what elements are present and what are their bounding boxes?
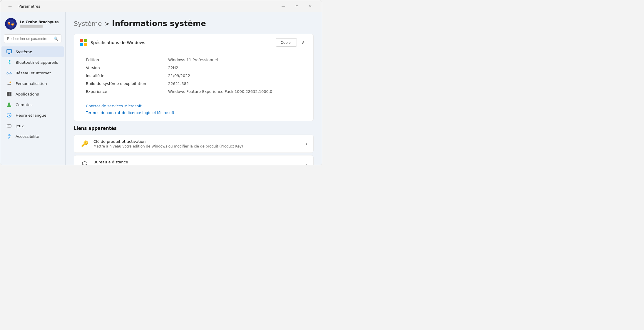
related-item-text-product-key: Clé de produit et activation Mettre à ni… [93,139,243,148]
sidebar-label-accessibilite: Accessibilité [16,134,39,139]
card-header-left: Spécifications de Windows [80,39,145,46]
spec-value-installe: 21/09/2022 [168,73,190,78]
sidebar-label-reseau: Réseau et Internet [16,71,51,75]
spec-label-edition: Édition [86,58,168,62]
app-body: Le Crabe Brachyura 🔍 Système Bluetooth e… [0,12,322,165]
minimize-button[interactable]: — [277,1,290,11]
svg-rect-17 [9,94,11,96]
windows-logo-icon [80,39,87,46]
breadcrumb-current: Informations système [112,19,206,28]
related-item-text-remote-desktop: Bureau à distance Contrôlez cet appareil… [93,160,167,165]
remote-desktop-subtitle: Contrôlez cet appareil à partir d'un aut… [93,165,167,165]
sidebar-label-jeux: Jeux [16,124,24,128]
spec-value-experience: Windows Feature Experience Pack 1000.226… [168,89,272,94]
svg-point-6 [9,22,9,23]
svg-point-26 [9,134,10,135]
sidebar: Le Crabe Brachyura 🔍 Système Bluetooth e… [0,12,65,165]
profile-info: Le Crabe Brachyura [20,20,59,28]
svg-point-18 [8,103,10,105]
search-box[interactable]: 🔍 [4,34,61,43]
related-item-remote-desktop[interactable]: Bureau à distance Contrôlez cet appareil… [74,155,314,165]
spec-label-build: Build du système d'exploitation [86,81,168,86]
product-key-subtitle: Mettre à niveau votre édition de Windows… [93,144,243,148]
svg-rect-9 [8,53,10,54]
sidebar-label-heure: Heure et langue [16,113,46,118]
related-item-product-key[interactable]: 🔑 Clé de produit et activation Mettre à … [74,135,314,153]
sidebar-item-comptes[interactable]: Comptes [1,99,64,110]
avatar [5,18,17,30]
spec-row-version: Version 22H2 [86,64,302,72]
sidebar-label-bluetooth: Bluetooth et appareils [16,60,58,65]
remote-desktop-arrow-icon: › [306,162,307,165]
reseau-icon [6,70,12,76]
svg-rect-10 [8,54,11,54]
breadcrumb-parent: Système [74,20,102,27]
spec-table: Édition Windows 11 Professionnel Version… [74,51,313,100]
sidebar-item-bluetooth[interactable]: Bluetooth et appareils [1,57,64,68]
svg-rect-14 [7,92,9,94]
svg-point-25 [10,126,10,126]
comptes-icon [6,102,12,108]
search-icon: 🔍 [53,36,58,41]
spec-value-version: 22H2 [168,66,178,70]
spec-row-edition: Édition Windows 11 Professionnel [86,56,302,64]
related-item-left-product-key: 🔑 Clé de produit et activation Mettre à … [80,139,243,148]
svg-rect-15 [9,92,11,94]
remote-desktop-title: Bureau à distance [93,160,167,164]
card-header: Spécifications de Windows Copier ∧ [74,34,313,51]
breadcrumb-separator: > [104,20,110,27]
perso-icon [6,81,12,86]
spec-value-build: 22621.382 [168,81,189,86]
collapse-button[interactable]: ∧ [299,38,307,46]
jeux-icon [6,123,12,129]
svg-point-13 [10,82,11,83]
sidebar-item-perso[interactable]: Personnalisation [1,78,64,89]
spec-row-installe: Installé le 21/09/2022 [86,72,302,80]
close-button[interactable]: ✕ [304,1,317,11]
search-input[interactable] [7,37,51,41]
link-contrat-services[interactable]: Contrat de services Microsoft [86,103,302,109]
applications-icon [6,91,12,97]
svg-rect-32 [84,39,87,42]
remote-desktop-icon [80,160,89,165]
accessibilite-icon [6,133,12,139]
spec-label-installe: Installé le [86,73,168,78]
window-controls: — □ ✕ [277,1,317,11]
sidebar-label-perso: Personnalisation [16,81,47,86]
breadcrumb: Système > Informations système [74,19,314,28]
svg-point-12 [9,75,10,76]
windows-specs-card: Spécifications de Windows Copier ∧ Éditi… [74,34,314,121]
sidebar-item-systeme[interactable]: Système [1,46,64,57]
maximize-button[interactable]: □ [290,1,304,11]
spec-value-edition: Windows 11 Professionnel [168,58,218,62]
svg-line-30 [9,137,10,138]
sidebar-item-heure[interactable]: Heure et langue [1,110,64,120]
main-panel: Système > Informations système Spécifica… [66,12,322,165]
card-title: Spécifications de Windows [91,40,145,45]
back-button[interactable]: ← [5,2,15,11]
svg-point-7 [12,24,13,24]
svg-rect-31 [80,39,83,42]
heure-icon [6,112,12,118]
copy-button[interactable]: Copier [276,38,297,47]
spec-links: Contrat de services Microsoft Termes du … [74,100,313,121]
sidebar-label-systeme: Système [16,50,32,54]
spec-row-build: Build du système d'exploitation 22621.38… [86,80,302,88]
systeme-icon [6,49,12,55]
link-termes-licence[interactable]: Termes du contrat de licence logiciel Mi… [86,109,302,116]
spec-label-version: Version [86,66,168,70]
sidebar-item-applications[interactable]: Applications [1,89,64,99]
spec-label-experience: Expérience [86,89,168,94]
svg-rect-34 [84,43,87,46]
svg-rect-8 [7,49,11,53]
svg-rect-16 [7,94,9,96]
sidebar-item-reseau[interactable]: Réseau et Internet [1,68,64,78]
sidebar-label-applications: Applications [16,92,39,96]
sidebar-item-accessibilite[interactable]: Accessibilité [1,131,64,142]
svg-rect-33 [80,43,83,46]
app-title: Paramètres [19,4,40,9]
product-key-arrow-icon: › [306,141,307,147]
sidebar-item-jeux[interactable]: Jeux [1,120,64,131]
title-bar: ← Paramètres — □ ✕ [0,0,322,12]
related-item-left-remote-desktop: Bureau à distance Contrôlez cet appareil… [80,160,167,165]
